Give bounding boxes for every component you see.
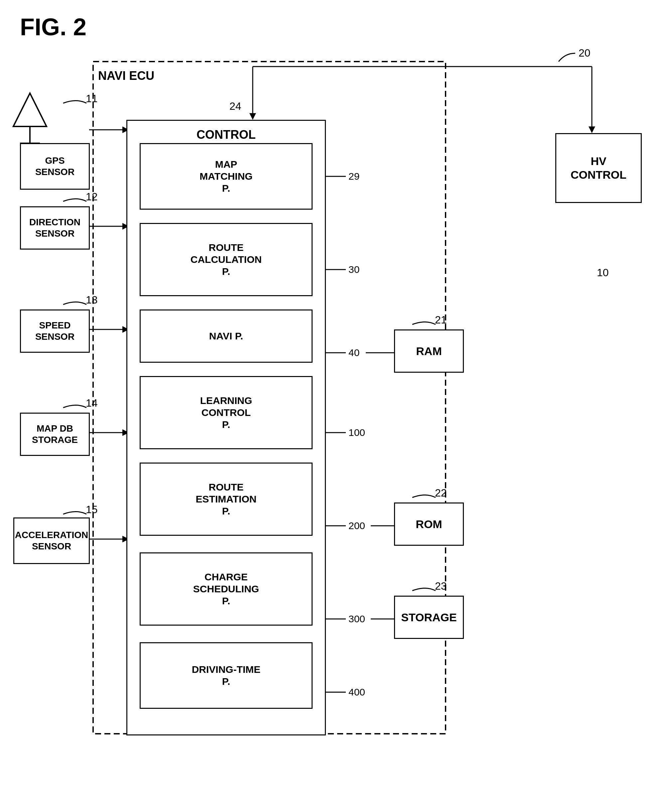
gps-sensor-box: GPSSENSOR [20, 143, 90, 190]
svg-text:14: 14 [86, 397, 98, 409]
map-db-storage-box: MAP DBSTORAGE [20, 413, 90, 456]
svg-text:11: 11 [86, 92, 98, 105]
svg-text:12: 12 [86, 191, 98, 203]
driving-time-box: DRIVING-TIMEP. [139, 642, 312, 709]
learning-control-box: LEARNINGCONTROLP. [139, 376, 312, 449]
svg-text:15: 15 [86, 504, 98, 515]
hv-control-box: HVCONTROL [555, 133, 642, 203]
svg-marker-4 [249, 113, 256, 120]
svg-text:23: 23 [435, 580, 447, 592]
map-matching-box: MAPMATCHINGP. [139, 143, 312, 210]
svg-text:200: 200 [349, 520, 365, 531]
acceleration-sensor-box: ACCELERATIONSENSOR [13, 518, 90, 564]
figure-title: FIG. 2 [20, 13, 86, 41]
route-estimation-box: ROUTEESTIMATIONP. [139, 462, 312, 536]
svg-marker-45 [13, 93, 46, 126]
svg-text:NAVI ECU: NAVI ECU [98, 69, 154, 83]
svg-text:29: 29 [349, 171, 360, 182]
svg-text:30: 30 [349, 264, 360, 275]
svg-text:10: 10 [597, 267, 609, 278]
direction-sensor-box: DIRECTIONSENSOR [20, 206, 90, 249]
svg-text:100: 100 [349, 427, 365, 438]
svg-text:22: 22 [435, 487, 447, 499]
svg-text:24: 24 [230, 100, 241, 112]
svg-text:20: 20 [578, 47, 591, 59]
svg-text:40: 40 [349, 347, 360, 358]
svg-text:21: 21 [435, 314, 447, 326]
svg-text:300: 300 [349, 613, 365, 624]
svg-marker-8 [588, 126, 595, 133]
rom-box: ROM [394, 502, 464, 546]
ram-box: RAM [394, 329, 464, 373]
storage-box: STORAGE [394, 596, 464, 639]
svg-text:13: 13 [86, 294, 98, 306]
charge-scheduling-box: CHARGESCHEDULINGP. [139, 552, 312, 626]
svg-text:400: 400 [349, 686, 365, 697]
route-calculation-box: ROUTECALCULATIONP. [139, 223, 312, 296]
speed-sensor-box: SPEEDSENSOR [20, 310, 90, 353]
navi-p-box: NAVI P. [139, 310, 312, 363]
